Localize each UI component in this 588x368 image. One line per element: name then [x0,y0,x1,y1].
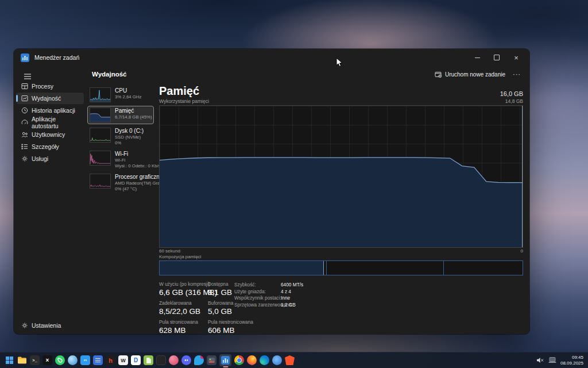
browser-circle-icon[interactable] [68,355,78,365]
dark-app-icon[interactable] [156,355,166,365]
perf-item-wifi[interactable]: Wi-Fi Wi-Fi Wysł.: 0 Odebr.: 0 Kb/s [87,149,154,170]
minimize-icon [475,57,480,58]
settings-gear-icon [21,322,28,329]
brave-icon[interactable] [285,355,295,365]
whatsapp-icon[interactable] [55,355,65,365]
memory-usage-label: Wykorzystanie pamięci [159,98,209,104]
perf-item-detail2: 0% [115,140,144,146]
run-new-task-label: Uruchom nowe zadanie [445,71,505,78]
more-options-button[interactable]: ··· [510,68,524,80]
processes-icon [21,83,28,90]
memory-title: Pamięć [159,85,199,97]
sidebar-item-wydajnosc[interactable]: Wydajność [16,93,84,104]
minimize-button[interactable] [467,49,487,66]
clock-date: 08.09.2025 [560,361,583,366]
phone-glyph-icon [57,358,63,363]
system-tray: 09:45 08.09.2025 [537,355,583,366]
volume-mute-icon[interactable] [537,355,544,366]
detail-value: 6400 MT/s [281,282,303,289]
memory-usage-chart[interactable] [159,105,523,248]
pink-circle-app-icon[interactable] [169,355,179,365]
app-history-icon [21,107,28,114]
perf-item-detail2: 0% (47 °C) [115,186,152,192]
sidebar-item-procesy[interactable]: Procesy [16,80,84,92]
composition-segment [160,261,324,275]
discord-icon[interactable] [181,355,191,365]
sidebar-item-label: Wydajność [32,95,61,102]
taskbar-clock[interactable]: 09:45 08.09.2025 [560,355,583,366]
file-explorer-icon[interactable] [17,355,27,365]
wifi-mini-chart [90,151,111,166]
maximize-button[interactable] [487,49,506,66]
sidebar-item-aplikacje-autostartu[interactable]: Aplikacje autostartu [16,117,84,128]
detail-label: Współczynnik postaci: [234,295,281,302]
perf-item-disk[interactable]: Dysk 0 (C:) SSD (NVMe) 0% [87,126,154,147]
page-title: Wydajność [92,71,127,78]
perf-item-name: Procesor graficzny [115,174,152,181]
document-app-icon[interactable] [93,355,103,365]
terminal-icon[interactable]: >_ [30,355,40,365]
mouse-cursor [336,57,344,68]
notification-badge [200,355,204,359]
chart-now-line [522,106,523,247]
hamburger-icon [24,74,31,79]
settings-label: Ustawienia [32,322,61,329]
users-icon [21,131,28,138]
sidebar-item-label: Szczegóły [32,143,59,150]
run-new-task-button[interactable]: Uruchom nowe zadanie [430,68,510,80]
sidebar-item-uzytkownicy[interactable]: Użytkownicy [16,129,84,140]
performance-icon [21,95,28,102]
sidebar-item-label: Usługi [32,155,48,162]
services-icon [21,155,28,162]
composition-segment [327,261,444,275]
x-app-icon[interactable]: × [42,355,52,365]
lines-glyph-icon [95,358,100,363]
vscode-icon[interactable]: ‹› [80,355,90,365]
sidebar-item-uslugi[interactable]: Usługi [16,153,84,164]
memory-composition-bar[interactable] [159,260,523,275]
stat-value: 6,6 GB (316 MB) [159,288,208,297]
badge-app-icon[interactable] [194,355,204,365]
task-manager-taskbar-button[interactable] [219,354,231,366]
startup-apps-icon [21,119,28,126]
task-manager-icon [221,356,230,365]
memory-total-capacity: 16,0 GB [500,90,523,97]
detail-value: 4 z 4 [281,289,291,296]
memory-usage-chart-svg [160,106,523,247]
window-titlebar[interactable]: Menedżer zadań × [14,49,529,66]
chrome-icon[interactable] [234,355,244,365]
d-app-icon[interactable]: D [131,355,141,365]
memory-stats: W użyciu (po kompresji) 6,6 GB (316 MB) … [159,281,523,335]
edge-icon[interactable] [260,355,269,365]
detail-value: 1,2 GB [281,302,296,309]
memory-detail-pane: Pamięć 16,0 GB Wykorzystanie pamięci 14,… [159,82,523,338]
sidebar: Procesy Wydajność Historia aplikacji Apl… [14,66,86,334]
green-file-icon[interactable] [144,355,153,365]
task-manager-window[interactable]: Menedżer zadań × Procesy Wydajność Histo… [14,49,529,334]
sidebar-item-historia-aplikacji[interactable]: Historia aplikacji [16,105,84,116]
perf-item-memory[interactable]: Pamięć 6,7/14,8 GB (45%) [87,106,154,124]
w-app-icon[interactable]: W [118,355,128,365]
start-button[interactable] [5,355,14,365]
perf-item-detail2: Wysł.: 0 Odebr.: 0 Kb/s [115,163,152,169]
blue-ring-app-icon[interactable] [272,355,282,365]
memory-usage-area [160,158,523,247]
h-app-icon[interactable]: h [106,355,115,365]
perf-item-name: CPU [115,87,141,94]
task-manager-app-icon [21,53,29,62]
device-tray-icon[interactable] [548,355,556,366]
perf-item-detail: Wi-Fi [115,158,152,163]
detail-label: Szybkość: [234,282,281,289]
sidebar-item-szczegoly[interactable]: Szczegóły [16,141,84,152]
stat-label: Pula stronicowana [159,319,208,325]
screenshot-tool-icon[interactable] [207,355,216,365]
close-button[interactable]: × [506,49,526,66]
perf-item-gpu[interactable]: Procesor graficzny AMD Radeon(TM) Grapl … [87,172,154,193]
image-glyph-icon [208,358,215,363]
perf-item-cpu[interactable]: CPU 3% 2,64 GHz [87,86,154,104]
stat-value: 8,5/22,0 GB [159,306,208,316]
sidebar-item-ustawienia[interactable]: Ustawienia [16,320,84,331]
composition-segment [444,261,523,275]
firefox-icon[interactable] [247,355,257,365]
detail-value: Inne [281,295,290,302]
